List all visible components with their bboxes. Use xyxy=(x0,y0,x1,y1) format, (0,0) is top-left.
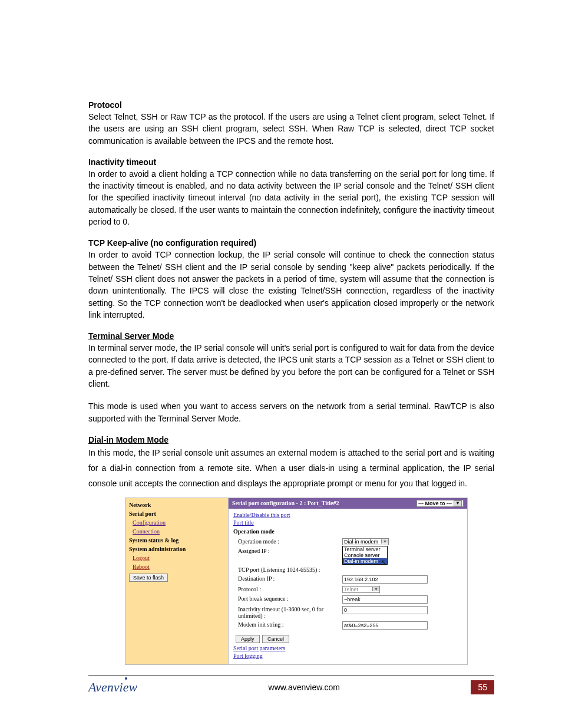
main-panel: Serial port configuration - 2 : Port_Tit… xyxy=(229,498,467,664)
label-dest-ip: Destination IP : xyxy=(233,575,342,584)
operation-mode-heading: Operation mode xyxy=(233,526,462,537)
sidebar-save-button[interactable]: Save to flash xyxy=(129,574,168,582)
link-serial-params[interactable]: Serial port parameters xyxy=(233,644,462,652)
sidebar-admin[interactable]: System administration xyxy=(129,545,224,554)
protocol-select[interactable]: Telnet▼ xyxy=(342,586,380,593)
heading-terminal: Terminal Server Mode xyxy=(88,331,494,341)
dropdown-option-selected[interactable]: Dial-in modem ↖ xyxy=(343,558,387,564)
sidebar-serialport[interactable]: Serial port xyxy=(129,509,224,518)
chevron-down-icon: ▼ xyxy=(454,500,462,506)
chevron-down-icon: ▼ xyxy=(372,587,379,591)
config-screenshot: Network Serial port Configuration Connec… xyxy=(125,498,468,665)
page-number: 55 xyxy=(471,680,494,694)
label-break: Port break sequence : xyxy=(233,595,342,604)
heading-protocol: Protocol xyxy=(88,100,494,110)
cancel-button[interactable]: Cancel xyxy=(262,635,289,643)
footer-url: www.avenview.com xyxy=(137,683,471,692)
link-port-logging[interactable]: Port logging xyxy=(233,652,462,660)
sidebar-reboot[interactable]: Reboot xyxy=(129,562,224,571)
sidebar-status[interactable]: System status & log xyxy=(129,536,224,545)
label-opmode: Operation mode : xyxy=(233,538,342,545)
body-dialin: In this mode, the IP serial console unit… xyxy=(88,446,494,492)
break-input[interactable] xyxy=(342,595,428,604)
panel-title: Serial port configuration - 2 : Port_Tit… xyxy=(232,500,339,506)
inactivity-input[interactable] xyxy=(342,606,428,614)
body-keepalive: In order to avoid TCP connection lockup,… xyxy=(88,249,494,321)
panel-header: Serial port configuration - 2 : Port_Tit… xyxy=(229,498,467,509)
label-tcp-port: TCP port (Listening 1024-65535) : xyxy=(233,566,342,573)
sidebar-connection[interactable]: Connection xyxy=(129,527,224,536)
label-modem: Modem init string : xyxy=(233,621,342,630)
opmode-dropdown[interactable]: Terminal server Console server Dial-in m… xyxy=(342,546,388,565)
heading-dialin: Dial-in Modem Mode xyxy=(88,435,494,444)
link-port-title[interactable]: Port title xyxy=(233,519,462,526)
sidebar: Network Serial port Configuration Connec… xyxy=(125,498,229,664)
body-protocol: Select Telnet, SSH or Raw TCP as the pro… xyxy=(88,111,494,147)
opmode-select[interactable]: Dial-in modem▼ xyxy=(342,538,389,545)
chevron-down-icon: ▼ xyxy=(381,539,388,543)
logo: Avenview xyxy=(88,680,137,695)
label-assigned-ip: Assigned IP : xyxy=(233,548,342,564)
modem-input[interactable] xyxy=(342,621,428,630)
heading-inactivity: Inactivity timeout xyxy=(88,157,494,167)
sidebar-network[interactable]: Network xyxy=(129,500,224,509)
cursor-icon: ↖ xyxy=(381,559,386,565)
link-enable-disable[interactable]: Enable/Disable this port xyxy=(233,511,462,519)
body-terminal-1: In terminal server mode, the IP serial c… xyxy=(88,342,494,390)
body-terminal-2: This mode is used when you want to acces… xyxy=(88,400,494,424)
body-inactivity: In order to avoid a client holding a TCP… xyxy=(88,168,494,228)
sidebar-configuration[interactable]: Configuration xyxy=(129,518,224,527)
heading-keepalive: TCP Keep-alive (no configuration require… xyxy=(88,238,494,248)
label-protocol: Protocol : xyxy=(233,586,342,593)
sidebar-logout[interactable]: Logout xyxy=(129,554,224,562)
apply-button[interactable]: Apply xyxy=(236,635,260,643)
dest-ip-input[interactable] xyxy=(342,575,428,584)
dropdown-option[interactable]: Terminal server xyxy=(343,546,387,552)
move-to-select[interactable]: --- Move to ---▼ xyxy=(416,500,464,507)
label-inactivity: Inactivity timeout (1-3600 sec, 0 for un… xyxy=(233,606,342,619)
dropdown-option[interactable]: Console server xyxy=(343,552,387,558)
